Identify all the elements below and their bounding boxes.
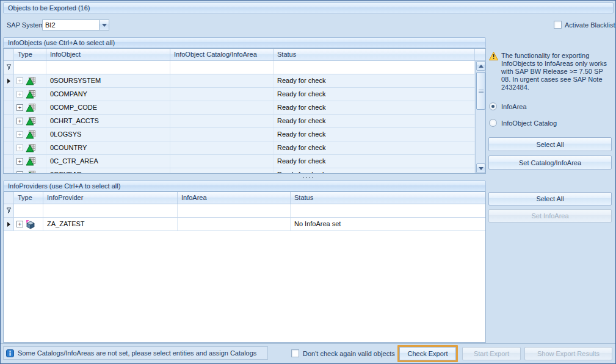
filter-cell[interactable] bbox=[14, 204, 43, 217]
table-row[interactable]: + ZA_ZATEST No InfoArea set bbox=[4, 218, 485, 231]
status-value: Ready for check bbox=[274, 74, 475, 87]
row-indicator bbox=[4, 115, 14, 127]
infoproviders-column-headers: Type InfoProvider InfoArea Status bbox=[4, 192, 485, 204]
activate-blacklist-checkbox[interactable] bbox=[554, 21, 562, 29]
infoobjects-panel-header: InfoObjects (use Ctrl+A to select all) bbox=[3, 37, 486, 48]
export-dialog: Objects to be Exported (16) SAP System B… bbox=[0, 0, 616, 364]
current-row-arrow-icon bbox=[7, 222, 10, 227]
infoarea-radio-label: InfoArea bbox=[501, 103, 527, 110]
table-row[interactable]: + 0SOURSYSTEM Ready for check bbox=[4, 74, 475, 88]
expand-plus-icon[interactable]: + bbox=[16, 171, 23, 173]
catalog-value bbox=[170, 155, 274, 168]
filter-cell[interactable] bbox=[170, 61, 274, 74]
infoobject-name: 0CHRT_ACCTS bbox=[46, 115, 170, 127]
scroll-down-button[interactable] bbox=[476, 163, 485, 173]
activate-blacklist-label: Activate Blacklist bbox=[565, 21, 615, 29]
expand-plus-icon[interactable]: + bbox=[16, 77, 23, 84]
filter-cell[interactable] bbox=[46, 61, 170, 74]
status-value: Ready for check bbox=[274, 128, 475, 141]
expand-plus-icon[interactable]: + bbox=[16, 131, 23, 138]
table-row[interactable]: + 0CHRT_ACCTS Ready for check bbox=[4, 115, 475, 128]
filter-row[interactable] bbox=[4, 204, 485, 218]
scroll-down-icon bbox=[479, 167, 484, 170]
sap-system-value[interactable]: BI2 bbox=[42, 20, 99, 30]
column-header-catalog[interactable]: InfoObject Catalog/InfoArea bbox=[170, 49, 274, 60]
filter-cell[interactable] bbox=[43, 204, 178, 217]
type-cell: + bbox=[14, 218, 43, 230]
infoobject-name: 0SOURSYSTEM bbox=[46, 74, 170, 87]
infoobject-catalog-radio-label: InfoObject Catalog bbox=[501, 120, 557, 127]
infoproviders-select-all-button[interactable]: Select All bbox=[488, 192, 612, 205]
expand-plus-icon[interactable]: + bbox=[16, 104, 23, 111]
set-catalog-infoarea-button[interactable]: Set Catalog/InfoArea bbox=[488, 155, 612, 170]
infoproviders-grid: Type InfoProvider InfoArea Status + bbox=[3, 191, 486, 343]
row-indicator bbox=[4, 168, 14, 173]
sap-system-combobox[interactable]: BI2 bbox=[42, 20, 109, 30]
warning-icon bbox=[489, 52, 498, 62]
chevron-down-icon bbox=[102, 24, 107, 27]
column-header-infoobject[interactable]: InfoObject bbox=[46, 49, 170, 60]
table-row[interactable]: + 0C_CTR_AREA Ready for check bbox=[4, 155, 475, 168]
expand-plus-icon[interactable]: + bbox=[16, 91, 23, 98]
vertical-scrollbar[interactable] bbox=[475, 61, 485, 173]
table-row[interactable]: + 0COMP_CODE Ready for check bbox=[4, 101, 475, 115]
infoarea-radio[interactable] bbox=[489, 102, 497, 110]
characteristic-icon bbox=[26, 130, 35, 140]
row-indicator bbox=[4, 155, 14, 168]
filter-cell[interactable] bbox=[274, 61, 475, 74]
filter-cell[interactable] bbox=[178, 204, 291, 217]
type-cell: + bbox=[14, 155, 46, 168]
filter-cell[interactable] bbox=[14, 61, 46, 74]
infoobjects-column-headers: Type InfoObject InfoObject Catalog/InfoA… bbox=[4, 49, 485, 61]
status-value: Ready for check bbox=[274, 101, 475, 114]
infoobjects-rows: + 0SOURSYSTEM Ready for check + bbox=[4, 61, 475, 173]
type-cell: + bbox=[14, 128, 46, 141]
table-row[interactable]: + 0OEYEAR Ready for check bbox=[4, 168, 475, 173]
infoobjects-select-all-button[interactable]: Select All bbox=[488, 137, 612, 151]
table-row[interactable]: + 0COMPANY Ready for check bbox=[4, 88, 475, 101]
column-header-type[interactable]: Type bbox=[14, 192, 43, 204]
dont-check-again-checkbox[interactable] bbox=[291, 349, 299, 357]
expand-plus-icon[interactable]: + bbox=[16, 145, 23, 151]
column-header-infoarea[interactable]: InfoArea bbox=[178, 192, 291, 204]
status-value: No InfoArea set bbox=[291, 218, 485, 230]
scroll-up-button[interactable] bbox=[476, 61, 485, 71]
infoarea-value bbox=[178, 218, 291, 230]
filter-row[interactable] bbox=[4, 61, 475, 74]
status-message-box: Some Catalogs/InfoAreas are not set, ple… bbox=[3, 346, 268, 360]
table-row[interactable]: + 0LOGSYS Ready for check bbox=[4, 128, 475, 141]
expand-plus-icon[interactable]: + bbox=[16, 158, 23, 165]
catalog-value bbox=[170, 101, 274, 114]
infoobject-name: 0COMPANY bbox=[46, 88, 170, 101]
page-title: Objects to be Exported (16) bbox=[8, 4, 90, 12]
infoobject-catalog-radio[interactable] bbox=[489, 119, 497, 127]
expand-plus-icon[interactable]: + bbox=[16, 221, 23, 227]
row-indicator bbox=[4, 88, 14, 101]
dropdown-button[interactable] bbox=[99, 20, 109, 30]
catalog-value bbox=[170, 168, 274, 173]
show-export-results-button[interactable]: Show Export Results bbox=[524, 347, 612, 360]
set-infoarea-button[interactable]: Set InfoArea bbox=[488, 209, 612, 223]
expand-plus-icon[interactable]: + bbox=[16, 118, 23, 124]
scrollbar-thumb[interactable] bbox=[476, 72, 485, 110]
column-header-status[interactable]: Status bbox=[291, 192, 485, 204]
warning-message: The functionality for exporting InfoObje… bbox=[501, 52, 614, 91]
check-export-button[interactable]: Check Export bbox=[399, 347, 456, 360]
type-cell: + bbox=[14, 141, 46, 154]
infoobject-name: 0COMP_CODE bbox=[46, 101, 170, 114]
start-export-button[interactable]: Start Export bbox=[462, 347, 521, 360]
infoprovider-name: ZA_ZATEST bbox=[43, 218, 178, 230]
characteristic-icon bbox=[26, 76, 35, 86]
column-header-type[interactable]: Type bbox=[14, 49, 46, 60]
type-cell: + bbox=[14, 74, 46, 87]
filter-cell[interactable] bbox=[291, 204, 485, 217]
scroll-up-icon bbox=[479, 65, 484, 68]
infoobject-name: 0C_CTR_AREA bbox=[46, 155, 170, 168]
type-cell: + bbox=[14, 101, 46, 114]
sap-system-label: SAP System bbox=[7, 21, 45, 29]
column-header-status[interactable]: Status bbox=[274, 49, 475, 60]
type-cell: + bbox=[14, 168, 46, 173]
column-header-infoprovider[interactable]: InfoProvider bbox=[43, 192, 178, 204]
table-row[interactable]: + 0COUNTRY Ready for check bbox=[4, 141, 475, 155]
panel-splitter[interactable] bbox=[3, 174, 613, 180]
